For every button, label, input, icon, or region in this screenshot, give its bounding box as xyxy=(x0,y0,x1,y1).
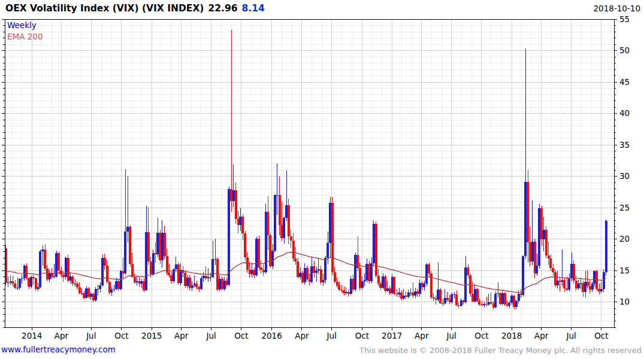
down-candle xyxy=(235,190,237,219)
up-candle xyxy=(451,294,453,302)
up-candle xyxy=(515,301,518,308)
down-candle xyxy=(28,278,30,287)
x-axis-label: Oct xyxy=(114,331,128,340)
down-candle xyxy=(221,279,223,289)
chart-page: OEX Volatility Index (VIX) (VIX INDEX)22… xyxy=(0,0,644,359)
up-candle xyxy=(322,280,325,282)
up-candle xyxy=(557,281,559,285)
up-candle xyxy=(152,253,155,274)
up-candle xyxy=(136,281,138,282)
up-candle xyxy=(403,296,405,298)
up-candle xyxy=(315,270,318,272)
down-candle xyxy=(320,269,322,282)
up-candle xyxy=(460,300,462,306)
up-candle xyxy=(442,303,444,304)
up-candle xyxy=(510,296,513,303)
up-candle xyxy=(113,289,115,290)
x-axis-label: 2018 xyxy=(501,331,522,340)
down-candle xyxy=(288,205,290,236)
up-candle xyxy=(593,271,595,284)
up-candle xyxy=(39,251,41,287)
y-axis-label: 40 xyxy=(619,108,630,118)
down-candle xyxy=(78,287,81,294)
down-candle xyxy=(253,270,255,275)
y-axis-label: 10 xyxy=(619,297,630,306)
up-candle xyxy=(329,203,331,243)
down-candle xyxy=(331,203,334,272)
down-candle xyxy=(405,296,407,296)
up-candle xyxy=(361,281,364,288)
down-candle xyxy=(352,279,354,290)
up-candle xyxy=(7,282,10,283)
y-axis: 10152025303540455055 xyxy=(2,14,630,328)
up-candle xyxy=(200,278,202,289)
up-candle xyxy=(382,276,384,288)
down-candle xyxy=(490,302,492,303)
up-candle xyxy=(193,284,196,285)
down-candle xyxy=(340,290,343,290)
down-candle xyxy=(92,294,95,300)
down-candle xyxy=(301,273,304,283)
down-candle xyxy=(205,276,207,278)
down-candle xyxy=(492,303,495,308)
down-candle xyxy=(32,277,35,278)
x-axis-label: Jul xyxy=(86,331,96,340)
up-candle xyxy=(584,282,586,292)
down-candle xyxy=(563,280,566,288)
y-axis-label: 15 xyxy=(619,266,630,275)
up-candle xyxy=(531,242,534,261)
down-candle xyxy=(164,233,166,256)
down-candle xyxy=(421,283,424,287)
up-candle xyxy=(310,266,313,282)
up-candle xyxy=(425,264,428,284)
up-candle xyxy=(543,230,545,239)
down-candle xyxy=(313,266,315,273)
y-axis-label: 25 xyxy=(619,203,630,212)
down-candle xyxy=(476,289,479,301)
site-url-link[interactable]: www.fullertreacymoney.com xyxy=(1,345,116,354)
up-candle xyxy=(274,195,276,250)
up-candle xyxy=(126,227,129,232)
up-candle xyxy=(101,258,104,285)
down-candle xyxy=(458,305,460,306)
up-candle xyxy=(283,218,285,238)
down-candle xyxy=(14,284,16,287)
up-candle xyxy=(437,290,439,300)
down-candle xyxy=(104,258,106,266)
down-candle xyxy=(195,284,198,287)
down-candle xyxy=(129,227,131,264)
up-candle xyxy=(474,289,476,302)
up-candle xyxy=(285,205,288,218)
down-candle xyxy=(347,292,350,294)
down-candle xyxy=(134,277,136,282)
up-candle xyxy=(579,283,582,284)
x-axis-label: Apr xyxy=(415,331,429,340)
x-axis-label: Oct xyxy=(594,331,608,340)
up-candle xyxy=(140,281,143,284)
down-candle xyxy=(306,268,309,279)
down-candle xyxy=(435,299,437,300)
x-axis-label: Apr xyxy=(55,331,69,340)
up-candle xyxy=(145,232,147,290)
x-axis-label: Oct xyxy=(474,331,488,340)
down-candle xyxy=(143,281,145,290)
down-candle xyxy=(262,270,265,272)
up-candle xyxy=(409,293,412,293)
legend-timeframe: Weekly xyxy=(7,20,43,31)
down-candle xyxy=(11,281,14,284)
up-candle xyxy=(488,302,490,305)
up-candle xyxy=(578,284,580,288)
candlestick-chart[interactable]: 101520253035404550552014AprJulOct2015Apr… xyxy=(0,0,644,359)
down-candle xyxy=(478,301,480,305)
down-candle xyxy=(471,294,474,302)
up-candle xyxy=(271,251,274,266)
down-candle xyxy=(67,258,69,281)
down-candle xyxy=(552,268,554,272)
down-candle xyxy=(520,294,522,295)
down-candle xyxy=(131,264,134,277)
down-candle xyxy=(237,219,240,224)
down-candle xyxy=(549,258,552,268)
down-candle xyxy=(292,241,295,258)
down-candle xyxy=(462,300,465,302)
up-candle xyxy=(538,208,540,266)
